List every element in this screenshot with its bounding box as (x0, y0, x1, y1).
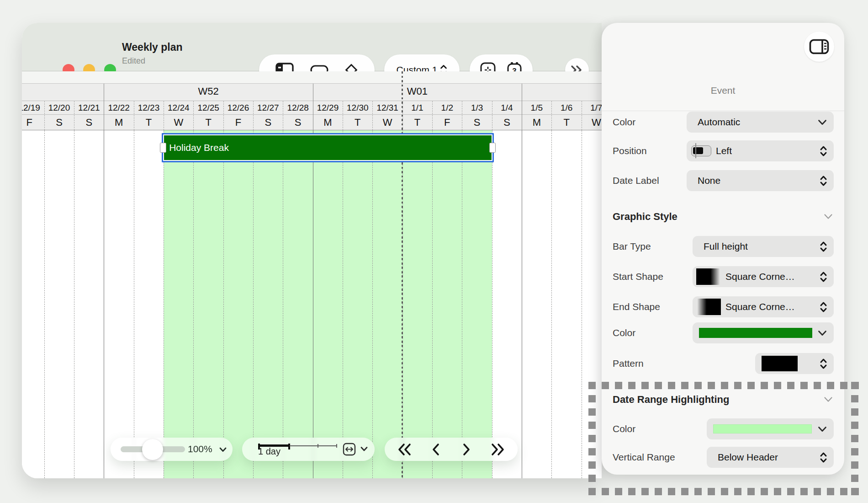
date-label: 12/31 (376, 103, 398, 113)
date-range-highlight (164, 130, 492, 478)
jump-far-back-button[interactable] (394, 439, 416, 460)
day-boundary-line (193, 101, 194, 130)
window-title: Weekly plan (122, 41, 183, 54)
black-bar-swatch (762, 356, 798, 371)
time-scale-value: 1 day (258, 446, 281, 457)
setting-control-vertical-range[interactable]: Below Header (707, 447, 834, 468)
panel-divider (602, 111, 844, 111)
setting-control-pattern[interactable] (755, 353, 834, 374)
event-bar[interactable]: Holiday Break (162, 133, 494, 162)
start-shape-swatch (696, 268, 721, 285)
step-back-button[interactable] (425, 439, 447, 460)
day-boundary-line (223, 101, 224, 130)
chevron-right-icon (462, 443, 471, 456)
setting-label: Position (613, 145, 647, 156)
date-label: 1/2 (441, 103, 453, 113)
day-grid-line (283, 130, 283, 478)
window-edited-status: Edited (122, 56, 183, 66)
jump-far-forward-button[interactable] (487, 439, 508, 460)
setting-label: Vertical Range (613, 452, 675, 463)
setting-control-bar-type[interactable]: Full height (693, 236, 834, 257)
day-boundary-line (134, 101, 134, 130)
setting-control-color[interactable] (707, 418, 834, 439)
setting-label: Date Label (613, 175, 659, 186)
date-label: 1/4 (501, 103, 513, 113)
position-left-icon (691, 145, 711, 156)
day-label: S (474, 117, 481, 128)
day-label: F (444, 117, 450, 128)
day-boundary-line (44, 101, 45, 130)
day-boundary-line (74, 101, 74, 130)
day-label: M (115, 117, 123, 128)
day-grid-line (134, 130, 134, 478)
event-bar-fill: Holiday Break (164, 135, 492, 160)
section-title: Date Range Highlighting (613, 394, 729, 406)
chevron-down-icon (219, 447, 227, 452)
light-green-swatch (713, 424, 812, 433)
day-label: W (592, 117, 601, 128)
setting-label: Color (613, 423, 635, 434)
day-label: F (26, 117, 32, 128)
chevron-down-icon (817, 426, 827, 432)
day-label: S (503, 117, 510, 128)
stepper-chevrons-icon (820, 451, 827, 464)
timeline-navigation-pill (385, 438, 518, 461)
setting-control-position[interactable]: Left (687, 140, 834, 161)
zoom-control-pill: 100% (111, 438, 233, 461)
timeline-week-row (22, 84, 602, 101)
event-resize-handle-right[interactable] (489, 143, 496, 153)
timeline-header: W52W0112/1912/2012/2112/2212/2312/2412/2… (22, 71, 602, 130)
time-scale-pill: 1 day (242, 438, 375, 461)
day-label: M (323, 117, 332, 128)
day-boundary-line (164, 101, 164, 130)
setting-label: Bar Type (613, 241, 651, 252)
day-label: W (174, 117, 183, 128)
date-label: 12/30 (347, 103, 369, 113)
setting-control-end-shape[interactable]: Square Corne… (693, 296, 834, 317)
event-selection-frame: Holiday Break (163, 134, 492, 161)
zoom-slider-thumb[interactable] (142, 439, 163, 460)
section-collapse-button[interactable] (823, 214, 833, 219)
chevron-down-icon (360, 446, 368, 452)
week-label: W52 (198, 86, 219, 97)
date-label: 1/7 (590, 103, 602, 113)
day-label: S (85, 117, 92, 128)
titlebar: Weekly plan Edited Custom 1 (22, 23, 602, 71)
day-grid-line (582, 130, 582, 478)
day-label: M (533, 117, 541, 128)
toggle-inspector-button[interactable] (804, 32, 834, 62)
setting-control-date-label[interactable]: None (687, 170, 834, 191)
week-boundary-line (313, 84, 313, 130)
date-label: 1/3 (471, 103, 483, 113)
day-grid-line (253, 130, 254, 478)
setting-value: Below Header (718, 452, 778, 463)
day-grid-line (74, 130, 74, 478)
setting-value: Automatic (698, 117, 740, 128)
day-boundary-line (492, 101, 492, 130)
event-resize-handle-left[interactable] (160, 143, 166, 153)
inspector-panel: Event ColorAutomaticPositionLeftDate Lab… (602, 23, 844, 475)
section-title: Graphic Style (613, 211, 677, 223)
setting-control-color[interactable]: Automatic (687, 112, 834, 133)
day-label: T (146, 117, 152, 128)
sidebar-right-icon (809, 39, 829, 54)
setting-value: Left (716, 145, 732, 156)
day-label: S (265, 117, 271, 128)
chevron-down-icon (823, 396, 833, 402)
setting-control-color[interactable] (693, 322, 834, 343)
stepper-chevrons-icon (820, 271, 827, 283)
setting-label: Color (613, 327, 635, 338)
setting-control-start-shape[interactable]: Square Corne… (693, 266, 834, 287)
section-collapse-button[interactable] (823, 396, 833, 402)
date-label: 12/19 (22, 103, 40, 113)
fit-width-icon[interactable] (343, 443, 356, 456)
updown-chevrons-icon (820, 175, 827, 187)
time-scale-dropdown[interactable] (360, 446, 368, 452)
double-chevron-right-icon (490, 443, 505, 456)
chevron-down-icon (823, 214, 833, 219)
zoom-level-dropdown[interactable]: 100% (188, 444, 227, 455)
green-bar-swatch (699, 328, 812, 338)
step-forward-button[interactable] (455, 439, 477, 460)
stepper-chevrons-icon (820, 241, 827, 253)
setting-value: Full height (704, 241, 748, 252)
